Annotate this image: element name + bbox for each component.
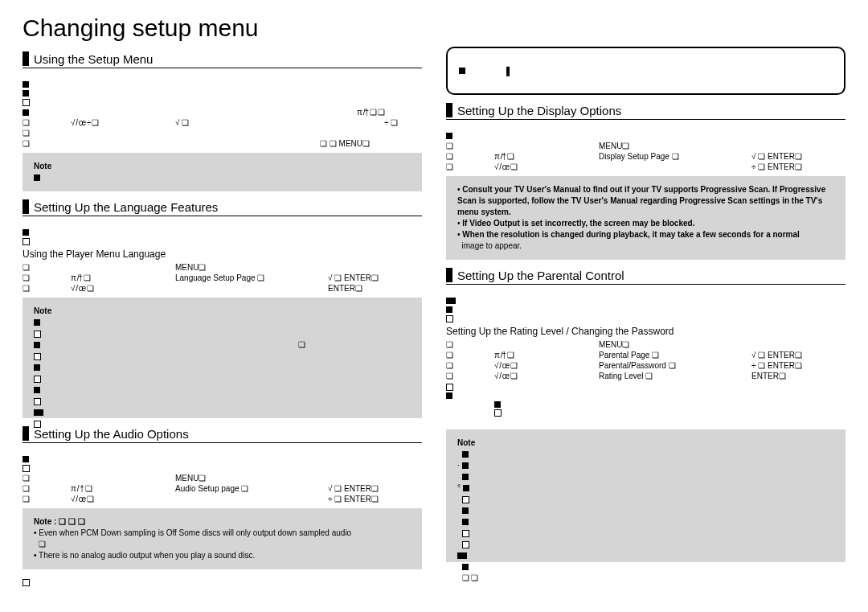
right-column: ❚ Setting Up the Display Options ❏ MENU❏… bbox=[446, 47, 845, 586]
section-parental: Setting Up the Parental Control bbox=[446, 268, 845, 285]
note-parental: Note · ° ❏ ❏ bbox=[446, 429, 845, 562]
note-language: Note ❏ bbox=[23, 298, 422, 418]
section-using-setup: Using the Setup Menu bbox=[23, 51, 422, 68]
section-audio: Setting Up the Audio Options bbox=[23, 426, 422, 443]
section-display: Setting Up the Display Options bbox=[446, 103, 845, 120]
section-language: Setting Up the Language Features bbox=[23, 199, 422, 216]
page-title: Changing setup menu bbox=[23, 14, 845, 42]
note-using-setup: Note bbox=[23, 153, 422, 191]
top-rounded-box: ❚ bbox=[446, 47, 845, 95]
note-audio: Note : ❏ ❏ ❏ • Even when PCM Down sampli… bbox=[23, 508, 422, 569]
note-display: • Consult your TV User's Manual to find … bbox=[446, 176, 845, 260]
left-column: Using the Setup Menu π /† ❏ ❏ ❏ √ / œ ÷ … bbox=[23, 47, 422, 586]
